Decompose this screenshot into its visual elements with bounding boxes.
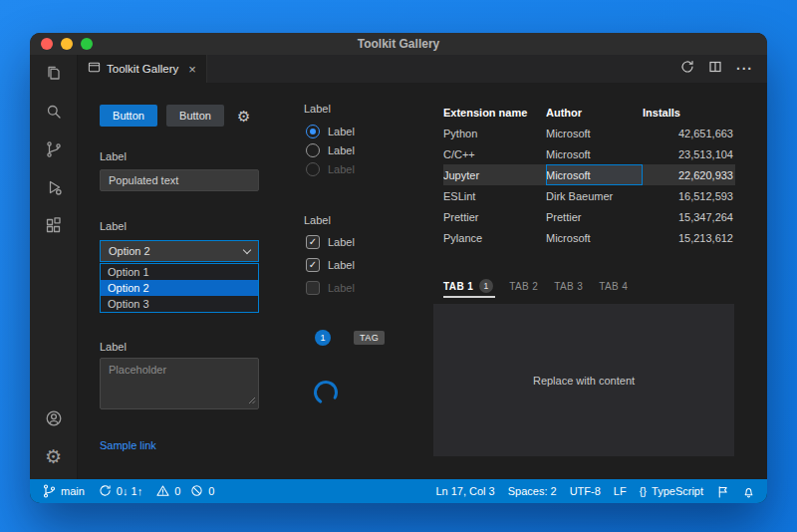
radio-disabled-icon [306,162,320,176]
dropdown-listbox: Option 1 Option 2 Option 3 [100,263,259,313]
status-bar: main 0↓ 1↑ 0 0 Ln 17, Col 3 Spaces: 2 UT… [30,479,767,503]
panel-tab-3[interactable]: TAB 3 [554,281,583,292]
gear-icon: ⚙ [237,108,250,126]
radio-option-1[interactable]: Label [306,124,355,138]
text-field[interactable]: Populated text [100,169,259,191]
column-header-extension[interactable]: Extension name [443,107,546,119]
active-tab-indicator [443,296,495,298]
explorer-icon[interactable] [30,55,78,93]
icon-button-gear[interactable]: ⚙ [237,108,250,126]
column-header-installs[interactable]: Installs [643,107,735,119]
progress-ring [311,378,341,411]
checkbox-unchecked-icon [306,281,320,295]
language-mode[interactable]: {} TypeScript [640,485,703,497]
titlebar: Toolkit Gallery [30,33,767,55]
panel-placeholder-text: Replace with content [533,375,635,387]
split-editor-icon[interactable] [708,60,722,78]
tab-close-icon[interactable]: × [188,63,196,76]
checkbox-option-2[interactable]: Label [306,257,355,272]
preview-icon [88,60,101,78]
checkbox-option-1[interactable]: Label [306,234,355,249]
focused-cell[interactable]: Microsoft [546,164,643,185]
panel-tab-1[interactable]: TAB 1 1 [443,279,493,293]
refresh-icon[interactable] [680,60,694,78]
tab-label: Toolkit Gallery [107,63,178,75]
search-icon[interactable] [30,93,78,131]
panel-tab-4[interactable]: TAB 4 [599,281,628,292]
dropdown-option-3[interactable]: Option 3 [101,296,258,312]
error-icon [190,484,203,499]
dropdown-option-1[interactable]: Option 1 [101,264,258,280]
editor-actions: ··· [680,55,767,83]
primary-button[interactable]: Button [100,105,157,127]
grid-row-python[interactable]: Python Microsoft 42,651,663 [443,123,735,143]
dropdown-option-2[interactable]: Option 2 [101,280,258,296]
encoding-setting[interactable]: UTF-8 [570,485,601,497]
radio-option-3-disabled: Label [306,161,355,176]
chevron-down-icon [243,245,251,253]
indentation-setting[interactable]: Spaces: 2 [508,485,557,497]
grid-row-pylance[interactable]: Pylance Microsoft 15,213,612 [443,227,735,248]
radio-option-2[interactable]: Label [306,142,355,157]
checkbox-checked-icon [306,258,320,272]
zoom-window-button[interactable] [81,38,93,50]
settings-gear-icon[interactable]: ⚙ [30,437,78,475]
count-badge: 1 [315,330,331,346]
warning-icon [156,484,169,499]
account-icon[interactable] [30,399,78,437]
resize-grip-icon[interactable] [247,395,256,406]
notifications-bell-icon[interactable] [742,485,755,498]
text-field-label: Label [100,150,127,162]
webview-content: Button Button ⚙ Label Populated text Lab… [78,83,767,479]
vscode-window: Toolkit Gallery [30,33,767,503]
panel-view: Replace with content [433,304,734,456]
activity-bar: ⚙ [30,55,78,479]
close-window-button[interactable] [41,38,53,50]
tab-toolkit-gallery[interactable]: Toolkit Gallery × [78,55,207,83]
editor-tab-bar: Toolkit Gallery × ··· [78,55,767,83]
checkbox-checked-icon [306,235,320,249]
window-title: Toolkit Gallery [358,37,439,51]
sync-indicator[interactable]: 0↓ 1↑ [99,484,142,499]
checkbox-option-3-disabled: Label [306,280,355,295]
sync-icon [99,484,112,499]
radio-checked-icon [306,125,320,138]
feedback-icon[interactable] [716,485,729,498]
braces-icon: {} [640,485,647,497]
panel-tab-2[interactable]: TAB 2 [509,281,538,292]
git-branch-icon [42,483,56,500]
dropdown-select[interactable]: Option 2 [100,240,259,262]
secondary-button[interactable]: Button [166,105,224,127]
data-grid-header-row: Extension name Author Installs [443,103,735,123]
radio-unchecked-icon [306,143,320,157]
window-controls [41,38,93,50]
textarea-placeholder: Placeholder [109,364,166,376]
column-header-author[interactable]: Author [546,107,643,119]
grid-row-eslint[interactable]: ESLint Dirk Baeumer 16,512,593 [443,185,735,206]
sample-link[interactable]: Sample link [100,439,156,451]
panel-tab-badge: 1 [479,279,493,293]
data-grid: Extension name Author Installs Python Mi… [443,103,735,248]
more-actions-icon[interactable]: ··· [736,62,753,76]
grid-row-jupyter[interactable]: Jupyter Microsoft 22,620,933 [443,164,735,185]
extensions-icon[interactable] [30,206,78,244]
eol-setting[interactable]: LF [614,485,627,497]
panel-tab-bar: TAB 1 1 TAB 2 TAB 3 TAB 4 [443,279,628,293]
checkbox-group-label: Label [304,214,331,226]
dropdown-value: Option 2 [109,245,150,257]
minimize-window-button[interactable] [61,38,73,50]
radio-group-label: Label [304,103,331,115]
dropdown-label: Label [100,220,127,232]
run-debug-icon[interactable] [30,168,78,206]
branch-indicator[interactable]: main [42,483,85,500]
grid-row-cpp[interactable]: C/C++ Microsoft 23,513,104 [443,143,735,164]
grid-row-prettier[interactable]: Prettier Prettier 15,347,264 [443,206,735,227]
tag-chip: TAG [354,331,385,345]
problems-indicator[interactable]: 0 0 [156,484,214,499]
cursor-position[interactable]: Ln 17, Col 3 [435,485,494,497]
textarea[interactable]: Placeholder [100,358,259,409]
source-control-icon[interactable] [30,131,78,168]
textarea-label: Label [100,341,127,353]
